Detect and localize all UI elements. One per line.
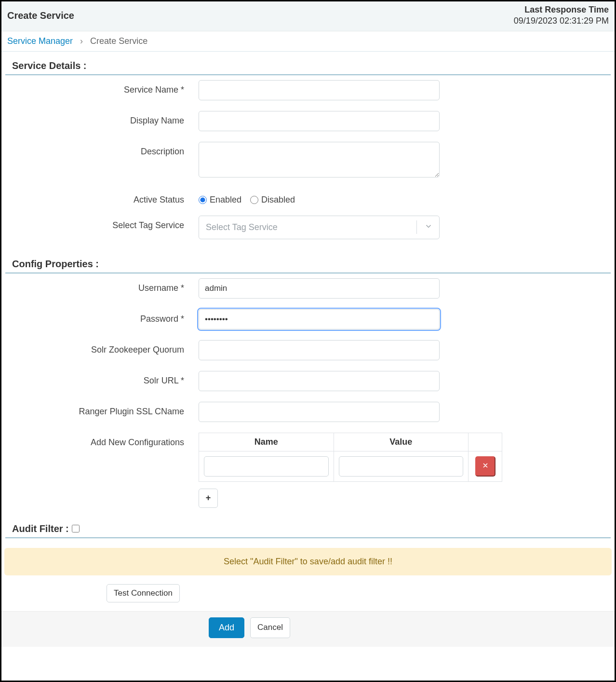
username-label: Username * (8, 278, 199, 293)
section-heading-config-properties: Config Properties : (5, 250, 611, 273)
add-button[interactable]: Add (209, 617, 244, 638)
password-input[interactable] (199, 309, 440, 329)
display-name-input[interactable] (199, 111, 440, 131)
solr-url-input[interactable] (199, 371, 440, 391)
footer-actions: Add Cancel (1, 611, 615, 647)
description-textarea[interactable] (199, 142, 440, 177)
config-properties-form: Username * Password * Solr Zookeeper Quo… (1, 273, 615, 508)
solr-zk-input[interactable] (199, 340, 440, 360)
disabled-radio[interactable] (250, 196, 258, 204)
cancel-button[interactable]: Cancel (250, 617, 290, 638)
config-th-name: Name (199, 433, 334, 451)
enabled-radio[interactable] (199, 196, 207, 204)
table-row (199, 451, 502, 481)
ssl-cname-input[interactable] (199, 402, 440, 422)
chevron-down-icon (418, 222, 439, 232)
close-icon (482, 462, 489, 470)
active-status-label: Active Status (8, 190, 199, 205)
config-table: Name Value (199, 433, 502, 482)
add-config-row-button[interactable]: + (199, 489, 218, 508)
description-label: Description (8, 142, 199, 157)
last-response-block: Last Response Time 09/19/2023 02:31:29 P… (514, 4, 609, 27)
breadcrumb-separator: › (80, 36, 83, 46)
audit-filter-checkbox[interactable] (72, 525, 80, 532)
delete-config-row-button[interactable] (475, 456, 495, 477)
section-heading-audit-filter: Audit Filter : (5, 518, 611, 538)
select-tag-service-dropdown[interactable]: Select Tag Service (199, 216, 440, 239)
password-label: Password * (8, 309, 199, 324)
audit-filter-alert: Select "Audit Filter" to save/add audit … (4, 548, 612, 575)
service-name-label: Service Name * (8, 80, 199, 95)
test-connection-button[interactable]: Test Connection (107, 584, 180, 602)
plus-icon: + (206, 493, 211, 503)
config-row-name-input[interactable] (204, 456, 329, 477)
service-name-input[interactable] (199, 80, 440, 100)
solr-zk-label: Solr Zookeeper Quorum (8, 340, 199, 355)
section-heading-service-details: Service Details : (5, 52, 611, 75)
solr-url-label: Solr URL * (8, 371, 199, 386)
breadcrumb-root-link[interactable]: Service Manager (7, 36, 73, 46)
header-bar: Create Service Last Response Time 09/19/… (1, 1, 615, 31)
config-row-value-input[interactable] (339, 456, 464, 477)
enabled-radio-label[interactable]: Enabled (199, 195, 241, 205)
breadcrumb: Service Manager › Create Service (1, 31, 615, 52)
service-details-form: Service Name * Display Name Description … (1, 75, 615, 239)
display-name-label: Display Name (8, 111, 199, 126)
last-response-time: 09/19/2023 02:31:29 PM (514, 15, 609, 27)
select-tag-label: Select Tag Service (8, 216, 199, 231)
username-input[interactable] (199, 278, 440, 299)
ssl-cname-label: Ranger Plugin SSL CName (8, 402, 199, 417)
page-title: Create Service (7, 10, 74, 21)
last-response-label: Last Response Time (514, 4, 609, 15)
config-th-value: Value (334, 433, 469, 451)
disabled-radio-label[interactable]: Disabled (250, 195, 295, 205)
add-new-config-label: Add New Configurations (8, 433, 199, 448)
breadcrumb-current: Create Service (90, 36, 147, 46)
select-tag-placeholder: Select Tag Service (199, 222, 416, 232)
